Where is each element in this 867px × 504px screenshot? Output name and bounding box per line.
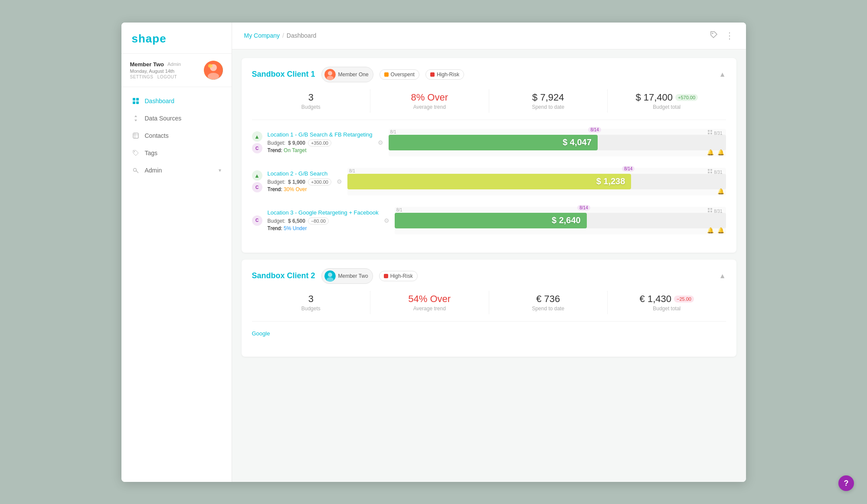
breadcrumb: My Company / Dashboard — [244, 32, 317, 39]
overspent-label: Overspent — [391, 72, 415, 78]
bell-row-1: 🔔 🔔 — [707, 149, 724, 156]
gear-icon-1[interactable]: ⚙ — [378, 139, 383, 146]
budget-trend-1: Trend: On Target — [268, 147, 373, 153]
bar-start-3: 8/1 — [396, 208, 402, 212]
bell-icon-1a[interactable]: 🔔 — [707, 149, 714, 156]
bar-milestone-1: 8/14 — [588, 127, 601, 133]
bar-track-2: $ 1,238 8/14 — [347, 174, 726, 189]
stat-budgets-2: 3 Budgets — [252, 291, 371, 314]
budget-up-btn-1[interactable]: ▲ — [252, 131, 262, 142]
sidebar-item-data-sources[interactable]: Data Sources — [121, 110, 232, 127]
budget-row-2: ▲ C Location 2 - G/B Search Budget: $ 1,… — [252, 166, 726, 197]
stat-spend-1: $ 7,924 Spend to date — [489, 89, 608, 113]
stat-spend-value-2: € 736 — [489, 293, 608, 305]
gear-icon-2[interactable]: ⚙ — [337, 178, 342, 185]
svg-point-17 — [327, 76, 334, 80]
bar-value-1: $ 4,047 — [563, 137, 592, 147]
logout-link[interactable]: LOGOUT — [157, 75, 177, 79]
sidebar-item-contacts[interactable]: Contacts — [121, 127, 232, 144]
key-icon — [132, 166, 140, 174]
trend-value-2: 30% Over — [284, 186, 307, 192]
nav-label-dashboard: Dashboard — [145, 98, 221, 104]
sidebar-logo: shape — [121, 23, 232, 54]
sidebar-item-tags[interactable]: Tags — [121, 144, 232, 162]
svg-rect-28 — [708, 211, 710, 212]
svg-point-16 — [328, 71, 332, 75]
budget-name-1[interactable]: Location 1 - G/B Search & FB Retargeting — [268, 131, 373, 138]
svg-rect-23 — [710, 169, 712, 171]
budget-row-google: Google — [252, 328, 726, 340]
client-1-title[interactable]: Sandbox Client 1 — [252, 70, 315, 79]
stat-trend-value-1: 8% Over — [370, 92, 489, 103]
budget-name-2[interactable]: Location 2 - G/B Search — [268, 170, 332, 177]
stat-spend-label-2: Spend to date — [489, 306, 608, 312]
client-2-title[interactable]: Sandbox Client 2 — [252, 271, 315, 280]
high-risk-badge-1[interactable]: High-Risk — [425, 69, 464, 80]
breadcrumb-company[interactable]: My Company — [244, 32, 280, 39]
bar-end-2: 8/31 — [707, 169, 722, 175]
tag-topbar-icon[interactable] — [710, 30, 718, 41]
high-risk-label-2: High-Risk — [390, 273, 413, 279]
help-button[interactable]: ? — [838, 475, 854, 491]
budget-bar-1: 8/1 $ 4,047 8/14 8/31 — [389, 129, 726, 156]
budget-c-btn-3[interactable]: C — [252, 215, 262, 226]
bar-start-2: 8/1 — [349, 169, 355, 173]
bar-value-2: $ 1,238 — [596, 176, 625, 186]
gear-icon-3[interactable]: ⚙ — [384, 217, 389, 224]
grid-icon — [132, 97, 140, 105]
budget-trend-2: Trend: 30% Over — [268, 186, 332, 192]
budget-amount-1: $ 9,000 — [288, 140, 305, 146]
svg-rect-18 — [708, 130, 710, 132]
settings-link[interactable]: SETTINGS — [130, 75, 154, 79]
svg-rect-25 — [710, 172, 712, 173]
bell-icon-2a[interactable]: 🔔 — [717, 188, 724, 195]
bell-icon-3a[interactable]: 🔔 — [707, 227, 714, 234]
budget-name-google[interactable]: Google — [252, 330, 270, 337]
bar-end-1: 8/31 — [707, 130, 722, 136]
sidebar-item-admin[interactable]: Admin ▾ — [121, 162, 232, 179]
budget-info-3: Location 3 - Google Retargeting + Facebo… — [268, 209, 379, 231]
high-risk-badge-2[interactable]: High-Risk — [379, 271, 418, 281]
client-2-stats: 3 Budgets 54% Over Average trend € 736 S… — [252, 291, 726, 322]
client-2-member-badge[interactable]: Member Two — [321, 268, 373, 284]
budget-bar-3: 8/1 $ 2,640 8/14 8/31 — [395, 207, 726, 234]
nav-label-admin: Admin — [145, 167, 213, 174]
budget-up-btn-2[interactable]: ▲ — [252, 170, 262, 181]
bell-icon-3b[interactable]: 🔔 — [717, 227, 724, 234]
overspent-badge[interactable]: Overspent — [380, 69, 419, 80]
budget-c-btn-2[interactable]: C — [252, 182, 262, 192]
svg-rect-8 — [133, 133, 138, 138]
bell-icon-1b[interactable]: 🔔 — [717, 149, 724, 156]
svg-rect-21 — [710, 133, 712, 134]
budget-label-2: Budget: — [268, 179, 285, 185]
user-date: Monday, August 14th — [130, 68, 199, 74]
budget-icons-2: ▲ C — [252, 170, 262, 192]
high-risk-dot-2 — [384, 274, 388, 278]
stat-trend-label-2: Average trend — [370, 306, 489, 312]
member-two-name: Member Two — [338, 273, 368, 279]
bell-row-3: 🔔 🔔 — [707, 227, 724, 234]
svg-rect-24 — [708, 172, 710, 173]
stat-total-badge-1: +570.00 — [675, 94, 698, 101]
budget-c-btn-1[interactable]: C — [252, 143, 262, 153]
budget-name-3[interactable]: Location 3 - Google Retargeting + Facebo… — [268, 209, 379, 216]
stat-budget-total-1: $ 17,400 +570.00 Budget total — [608, 89, 726, 113]
collapse-btn-2[interactable]: ▲ — [719, 272, 726, 280]
bar-value-3: $ 2,640 — [552, 215, 581, 225]
breadcrumb-separator: / — [282, 32, 284, 39]
collapse-btn-1[interactable]: ▲ — [719, 71, 726, 78]
overspent-dot — [384, 72, 389, 77]
bar-labels-top-1: 8/1 — [389, 130, 726, 134]
bar-fill-2: $ 1,238 8/14 — [347, 174, 631, 189]
budget-change-3: −80.00 — [308, 218, 329, 224]
admin-chevron-icon: ▾ — [219, 167, 221, 173]
nav-label-data-sources: Data Sources — [145, 115, 221, 122]
bell-row-2: 🔔 — [717, 188, 724, 195]
stat-total-value-2: € 1,430 −25.00 — [608, 293, 726, 305]
sidebar-item-dashboard[interactable]: Dashboard — [121, 92, 232, 110]
client-1-member-badge[interactable]: Member One — [321, 67, 373, 82]
bar-milestone-2: 8/14 — [622, 166, 635, 172]
user-role: Admin — [167, 62, 181, 67]
more-options-icon[interactable]: ⋮ — [725, 31, 734, 40]
stat-total-value-1: $ 17,400 +570.00 — [608, 92, 726, 103]
